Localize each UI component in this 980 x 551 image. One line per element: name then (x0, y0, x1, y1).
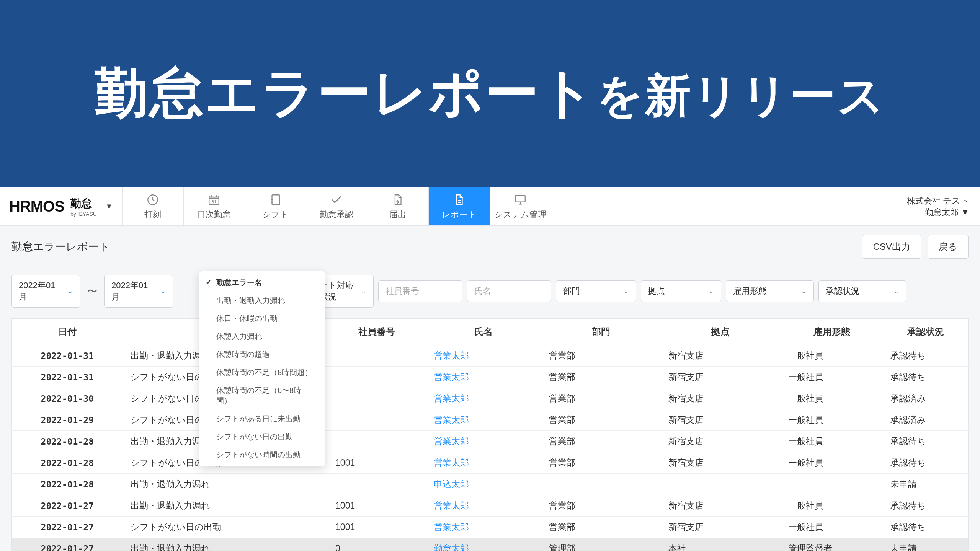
employee-link[interactable]: 営業太郎 (434, 458, 469, 468)
cell-name: 営業太郎 (426, 495, 541, 517)
dropdown-option[interactable]: 休憩時間の不足（8時間超） (199, 364, 325, 381)
dropdown-option[interactable]: 休日・休暇の出勤 (199, 310, 325, 328)
dropdown-option[interactable]: 休憩時間の不足（6〜8時間） (199, 381, 325, 410)
error-report-table: 日付 勤怠エ 社員番号 氏名 部門 拠点 雇用形態 承認状況 2022-01-3… (11, 318, 969, 551)
table-row[interactable]: 2022-01-29シフトがない日の出勤営業太郎営業部新宿支店一般社員承認済み (12, 409, 969, 431)
approval-select[interactable]: 承認状況⌄ (818, 280, 906, 302)
chevron-down-icon: ⌄ (801, 287, 807, 295)
dropdown-option[interactable]: シフトがない日の出勤 (199, 428, 325, 446)
cell-status: 承認待ち (883, 452, 968, 474)
employee-link[interactable]: 申込太郎 (434, 479, 469, 489)
cell-employment: 一般社員 (781, 409, 883, 431)
logo-brand: HRMOS (9, 198, 64, 215)
cell-dept: 営業部 (541, 517, 661, 538)
dept-label: 部門 (563, 285, 580, 297)
cell-date: 2022-01-28 (12, 474, 123, 495)
cell-name: 営業太郎 (426, 367, 541, 388)
page-title: 勤怠エラーレポート (11, 240, 110, 254)
employee-link[interactable]: 営業太郎 (434, 522, 469, 532)
chevron-down-icon: ⌄ (623, 287, 629, 295)
dropdown-option[interactable]: 出勤・退勤入力漏れ (199, 292, 325, 310)
user-menu[interactable]: 株式会社 テスト 勤怠太郎▼ (907, 187, 980, 225)
dropdown-header[interactable]: 勤怠エラー名 (199, 274, 325, 292)
dropdown-option[interactable]: 休憩入力漏れ (199, 328, 325, 346)
logo-byline: by IEYASU (70, 211, 97, 217)
cell-empno: 1001 (328, 495, 426, 517)
cell-name: 勤怠太郎 (426, 538, 541, 551)
dropdown-option[interactable]: シフトがない時間の出勤 (199, 446, 325, 464)
date-to-label: 2022年01月 (111, 280, 156, 303)
back-button[interactable]: 戻る (928, 235, 969, 259)
nav-label: 日次勤怠 (197, 209, 231, 220)
cell-dept: 営業部 (541, 345, 661, 367)
check-icon (330, 193, 343, 207)
employment-select[interactable]: 雇用形態⌄ (726, 280, 814, 302)
topbar: HRMOS 勤怠 by IEYASU ▼ 打刻 31 日次勤怠 シフト 勤怠承認… (0, 187, 980, 226)
date-to-select[interactable]: 2022年01月⌄ (104, 275, 173, 308)
cell-employment: 一般社員 (781, 367, 883, 388)
cell-status: 承認待ち (883, 345, 968, 367)
nav-item-shift[interactable]: シフト (245, 187, 306, 225)
main-nav: 打刻 31 日次勤怠 シフト 勤怠承認 届出 レポート システム管理 (122, 187, 551, 225)
table-row[interactable]: 2022-01-28出勤・退勤入力漏れ申込太郎未申請 (12, 474, 969, 495)
logo-block[interactable]: HRMOS 勤怠 by IEYASU ▼ (0, 187, 122, 225)
cell-status: 承認待ち (883, 431, 968, 452)
employee-link[interactable]: 勤怠太郎 (434, 543, 469, 551)
employee-link[interactable]: 営業太郎 (434, 500, 469, 510)
cell-date: 2022-01-27 (12, 517, 123, 538)
notebook-icon (268, 193, 282, 207)
calendar-icon: 31 (207, 193, 221, 207)
nav-label: 打刻 (144, 209, 161, 220)
table-row[interactable]: 2022-01-28出勤・退勤入力漏れ営業太郎営業部新宿支店一般社員承認待ち (12, 431, 969, 452)
nav-item-clock[interactable]: 打刻 (122, 187, 184, 225)
table-row[interactable]: 2022-01-27出勤・退勤入力漏れ0勤怠太郎管理部本社管理監督者未申請 (12, 538, 969, 551)
table-row[interactable]: 2022-01-31出勤・退勤入力漏れ営業太郎営業部新宿支店一般社員承認待ち (12, 345, 969, 367)
table-row[interactable]: 2022-01-27シフトがない日の出勤1001営業太郎営業部新宿支店一般社員承… (12, 517, 969, 538)
nav-item-approve[interactable]: 勤怠承認 (306, 187, 368, 225)
error-name-dropdown[interactable]: 勤怠エラー名 出勤・退勤入力漏れ 休日・休暇の出勤 休憩入力漏れ 休憩時間の超過… (199, 271, 325, 466)
cell-date: 2022-01-31 (12, 345, 123, 367)
dropdown-option[interactable]: シフトがある日に未出勤 (199, 410, 325, 428)
chevron-down-icon: ▼ (105, 202, 113, 211)
cell-location: 本社 (661, 538, 780, 551)
col-employment: 雇用形態 (781, 319, 883, 345)
col-approval: 承認状況 (883, 319, 968, 345)
cell-dept: 管理部 (541, 538, 661, 551)
table-row[interactable]: 2022-01-27出勤・退勤入力漏れ1001営業太郎営業部新宿支店一般社員承認… (12, 495, 969, 517)
location-select[interactable]: 拠点⌄ (641, 280, 721, 302)
employee-link[interactable]: 営業太郎 (434, 393, 469, 403)
nav-item-daily[interactable]: 31 日次勤怠 (184, 187, 245, 225)
svg-rect-3 (272, 195, 280, 205)
hero-title-main: 勤怠エラーレポート (95, 63, 596, 123)
cell-location: 新宿支店 (661, 388, 780, 409)
hero-banner: 勤怠エラーレポートを新リリース (0, 0, 980, 187)
cell-empno (328, 474, 426, 495)
dropdown-option[interactable]: 休憩時間の超過 (199, 346, 325, 364)
name-input[interactable]: 氏名 (467, 280, 551, 302)
employee-link[interactable]: 営業太郎 (434, 372, 469, 382)
employee-link[interactable]: 営業太郎 (434, 350, 469, 360)
cell-employment: 一般社員 (781, 495, 883, 517)
cell-employment: 一般社員 (781, 388, 883, 409)
nav-label: システム管理 (494, 209, 546, 220)
table-row[interactable]: 2022-01-30シフトがない日の出勤営業太郎営業部新宿支店一般社員承認済み (12, 388, 969, 409)
chevron-down-icon: ⌄ (708, 287, 714, 295)
emp-no-input[interactable]: 社員番号 (378, 280, 462, 302)
cell-dept: 営業部 (541, 431, 661, 452)
cell-empno (328, 409, 426, 431)
csv-export-button[interactable]: CSV出力 (862, 235, 921, 259)
dept-select[interactable]: 部門⌄ (556, 280, 636, 302)
employee-link[interactable]: 営業太郎 (434, 436, 469, 446)
nav-item-system[interactable]: システム管理 (490, 187, 551, 225)
cell-date: 2022-01-29 (12, 409, 123, 431)
nav-item-request[interactable]: 届出 (368, 187, 429, 225)
cell-name: 営業太郎 (426, 388, 541, 409)
user-name: 勤怠太郎 (925, 207, 959, 218)
cell-date: 2022-01-28 (12, 431, 123, 452)
table-row[interactable]: 2022-01-31シフトがない日の出勤営業太郎営業部新宿支店一般社員承認待ち (12, 367, 969, 388)
nav-item-report[interactable]: レポート (429, 187, 490, 225)
employee-link[interactable]: 営業太郎 (434, 415, 469, 425)
table-row[interactable]: 2022-01-28シフトがない日の出勤1001営業太郎営業部新宿支店一般社員承… (12, 452, 969, 474)
cell-dept: 営業部 (541, 388, 661, 409)
date-from-select[interactable]: 2022年01月⌄ (11, 275, 80, 308)
